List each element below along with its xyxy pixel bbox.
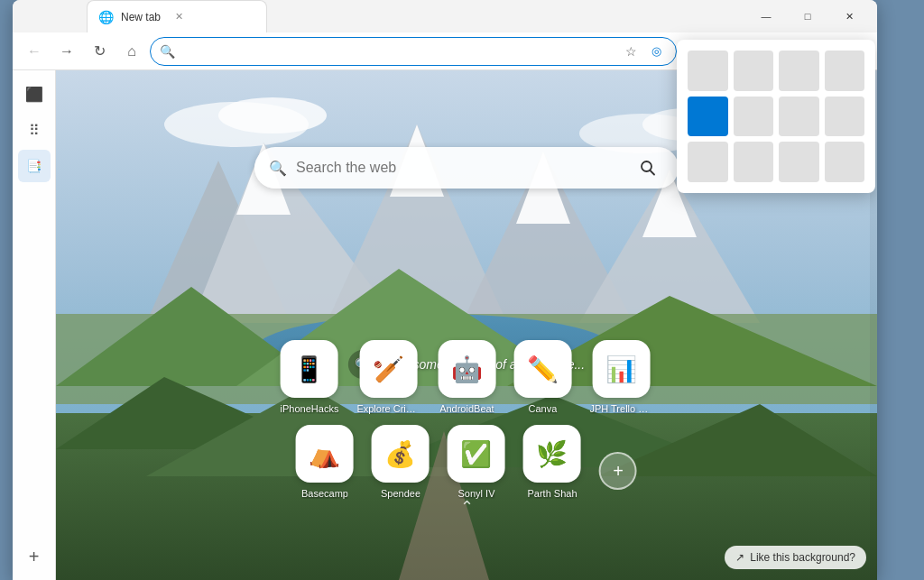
add-sidebar-button[interactable]: +: [18, 540, 51, 573]
refresh-button[interactable]: ↻: [85, 37, 114, 66]
title-bar: 🌐 New tab ✕ — □ ✕: [13, 0, 877, 32]
tab-title: New tab: [121, 11, 161, 23]
shortcuts-row-2: ⛺ Basecamp 💰 Spendee ✅ Sonyl IV 🌿 Parth …: [296, 425, 637, 499]
shortcut-label-sonyl: Sonyl IV: [458, 488, 495, 499]
shortcut-iphonehacks[interactable]: 📱 iPhoneHacks: [281, 340, 339, 414]
like-bg-icon: ↗: [735, 551, 744, 564]
back-button[interactable]: ←: [20, 37, 49, 66]
layout-cell-4[interactable]: [688, 97, 728, 137]
address-input[interactable]: [180, 44, 614, 58]
layout-cell-10[interactable]: [779, 142, 819, 182]
shortcut-icon-iphonehacks: 📱: [281, 340, 338, 398]
shortcut-basecamp[interactable]: ⛺ Basecamp: [296, 425, 354, 499]
layout-cell-3[interactable]: [825, 51, 865, 91]
svg-line-26: [651, 170, 655, 175]
layout-picker: [677, 40, 875, 193]
left-sidebar: ⬛ ⠿ 📑 +: [13, 70, 56, 580]
address-icons: ☆ ◎: [620, 41, 667, 62]
home-button[interactable]: ⌂: [117, 37, 146, 66]
address-search-icon: 🔍: [160, 44, 175, 59]
browser-window: 🌐 New tab ✕ — □ ✕ ← → ↻ ⌂ 🔍 ☆ ◎ ● N: [13, 0, 877, 580]
layout-cell-0[interactable]: [688, 51, 728, 91]
shortcut-parth[interactable]: 🌿 Parth Shah: [523, 425, 581, 499]
shortcut-sonyl[interactable]: ✅ Sonyl IV: [448, 425, 505, 499]
shortcuts-area: 📱 iPhoneHacks 🏏 Explore Cricket 🤖 Androi…: [281, 340, 653, 499]
layout-cell-1[interactable]: [734, 51, 774, 91]
shortcut-icon-cricket: 🏏: [359, 340, 417, 398]
tab-close-icon[interactable]: ✕: [175, 11, 183, 23]
tab-area: 🌐 New tab ✕: [20, 0, 267, 32]
shortcuts-row-1: 📱 iPhoneHacks 🏏 Explore Cricket 🤖 Androi…: [281, 340, 653, 414]
maximize-button[interactable]: □: [787, 2, 828, 31]
window-controls: — □ ✕: [745, 0, 870, 32]
add-shortcut-button[interactable]: +: [599, 452, 637, 490]
collapse-arrow-button[interactable]: ⌃: [460, 497, 474, 517]
shortcut-icon-basecamp: ⛺: [296, 425, 354, 483]
shortcut-label-iphonehacks: iPhoneHacks: [281, 403, 339, 414]
layout-cell-5[interactable]: [734, 97, 774, 137]
layout-cell-8[interactable]: [688, 142, 728, 182]
search-container: 🔍: [254, 147, 679, 189]
favorites-icon[interactable]: ☆: [620, 41, 642, 62]
layout-cell-11[interactable]: [825, 142, 865, 182]
sidebar-toggle-button[interactable]: ⬛: [18, 78, 51, 110]
apps-grid-button[interactable]: ⠿: [18, 114, 51, 146]
shortcut-label-canva: Canva: [529, 403, 558, 414]
layout-cell-7[interactable]: [825, 97, 865, 137]
active-tab[interactable]: 🌐 New tab ✕: [87, 0, 267, 32]
shortcut-canva[interactable]: ✏️ Canva: [513, 340, 571, 414]
shortcut-trello[interactable]: 📊 JPH Trello Bo...: [589, 340, 652, 414]
layout-cell-6[interactable]: [779, 97, 819, 137]
layout-cell-9[interactable]: [734, 142, 774, 182]
shortcut-label-spendee: Spendee: [381, 488, 420, 499]
shortcut-label-androidbeat: AndroidBeat: [439, 403, 494, 414]
shortcut-icon-sonyl: ✅: [448, 425, 505, 483]
tab-list-button[interactable]: 📑: [18, 150, 51, 182]
like-bg-label: Like this background?: [750, 551, 855, 564]
shortcut-label-cricket: Explore Cricket: [356, 403, 420, 414]
shortcut-spendee[interactable]: 💰 Spendee: [372, 425, 430, 499]
forward-button[interactable]: →: [52, 37, 81, 66]
shortcut-label-basecamp: Basecamp: [301, 488, 348, 499]
shortcut-androidbeat[interactable]: 🤖 AndroidBeat: [438, 340, 495, 414]
address-bar[interactable]: 🔍 ☆ ◎: [150, 37, 677, 66]
shortcut-icon-androidbeat: 🤖: [438, 340, 495, 398]
shortcut-label-trello: JPH Trello Bo...: [589, 403, 652, 414]
shortcut-icon-canva: ✏️: [513, 340, 571, 398]
search-magnifier-icon: 🔍: [269, 160, 287, 177]
shortcut-icon-trello: 📊: [592, 340, 650, 398]
search-input[interactable]: [296, 160, 623, 176]
shortcut-icon-spendee: 💰: [372, 425, 430, 483]
shortcut-cricket[interactable]: 🏏 Explore Cricket: [356, 340, 420, 414]
copilot-icon[interactable]: ◎: [645, 41, 667, 62]
search-submit-button[interactable]: [632, 152, 664, 184]
minimize-button[interactable]: —: [745, 2, 787, 31]
tab-favicon: 🌐: [98, 10, 114, 24]
search-bar[interactable]: 🔍: [254, 147, 679, 189]
shortcut-label-parth: Parth Shah: [527, 488, 577, 499]
close-button[interactable]: ✕: [828, 2, 870, 31]
shortcut-icon-parth: 🌿: [523, 425, 581, 483]
layout-cell-2[interactable]: [779, 51, 819, 91]
like-background-button[interactable]: ↗ Like this background?: [725, 546, 866, 569]
svg-point-2: [218, 97, 327, 133]
